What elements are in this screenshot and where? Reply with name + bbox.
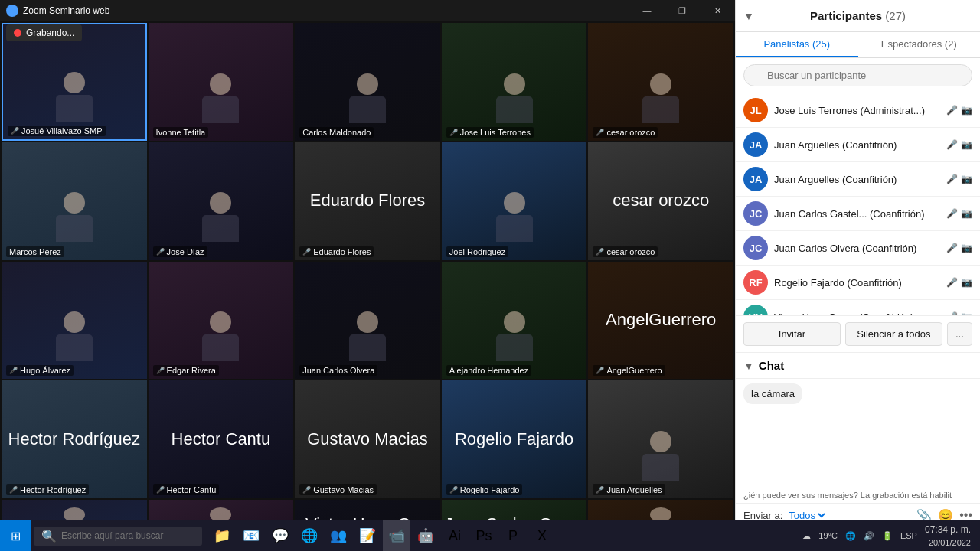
video-cell-7[interactable]: 🎤Jose Díaz	[149, 142, 294, 260]
participant-name: Jose Luis Terrones (Administrat...)	[774, 105, 940, 116]
participant-item[interactable]: JAJuan Arguelles (Coanfitrión)🎤📷	[736, 128, 980, 162]
participant-avatar: RF	[743, 270, 768, 295]
muted-icon: 🎤	[946, 243, 958, 253]
taskbar-app-teams[interactable]: 👥	[325, 520, 352, 551]
video-cell-19[interactable]: Rogelio Fajardo🎤Rogelio Fajardo	[442, 380, 587, 498]
camera-off-icon: 📷	[961, 174, 972, 184]
video-name-label: 🎤Jose Luis Terrones	[446, 127, 534, 138]
taskbar-app-powerpoint[interactable]: P	[499, 520, 527, 551]
participant-status-icons: 🎤📷	[946, 277, 972, 288]
video-name-label: Alejandro Hernandez	[446, 365, 531, 376]
collapse-chat-button[interactable]: ▼	[743, 360, 754, 372]
participants-title: Participantes (27)	[810, 9, 906, 22]
network-icon[interactable]: 🌐	[842, 530, 859, 543]
participant-avatar: JC	[743, 236, 768, 260]
close-button[interactable]: ✕	[700, 0, 735, 21]
participants-header: ▼ Participantes (27)	[736, 0, 980, 32]
participant-status-icons: 🎤📷	[946, 208, 972, 219]
video-cell-10[interactable]: cesar orozco🎤cesar orozco	[588, 142, 733, 260]
participant-avatar: JL	[743, 98, 768, 122]
more-options-button[interactable]: ...	[947, 322, 972, 346]
taskbar-app-ai[interactable]: 🤖	[412, 520, 439, 551]
taskbar-app-whatsapp[interactable]: 💬	[266, 520, 294, 551]
window-controls[interactable]: — ❐ ✕	[629, 0, 735, 21]
video-name-label: Ivonne Tetitla	[153, 127, 209, 138]
video-cell-16[interactable]: Hector Rodríguez🎤Hector Rodríguez	[2, 380, 147, 498]
participant-item[interactable]: JCJuan Carlos Gastel... (Coanfitrión)🎤📷	[736, 197, 980, 231]
language-indicator: ESP	[897, 530, 920, 542]
video-name-label: Marcos Perez	[6, 246, 64, 257]
video-cell-11[interactable]: 🎤Hugo Álvarez	[2, 262, 147, 380]
participant-status-icons: 🎤📷	[946, 105, 972, 116]
participant-avatar: JC	[743, 201, 768, 226]
start-button[interactable]: ⊞	[0, 520, 31, 551]
taskbar-app-zoom[interactable]: 📹	[383, 520, 410, 551]
restore-button[interactable]: ❐	[665, 0, 700, 21]
taskbar-search-icon: 🔍	[41, 529, 57, 543]
video-name-label: 🎤cesar orozco	[593, 246, 658, 257]
video-cell-5[interactable]: 🎤cesar orozco	[588, 23, 733, 141]
recording-label: Grabando...	[26, 28, 74, 38]
participant-avatar: VH	[743, 305, 768, 315]
participant-item[interactable]: VHVictor Hugo Orte... (Coanfitrión)🎤📷	[736, 300, 980, 315]
muted-icon: 🎤	[946, 139, 958, 150]
participant-avatar: JA	[743, 167, 768, 191]
video-cell-17[interactable]: Hector Cantu🎤Hector Cantu	[149, 380, 294, 498]
video-cell-9[interactable]: Joel Rodriguez	[442, 142, 587, 260]
participants-tabs: Panelistas (25) Espectadores (2)	[736, 32, 980, 58]
video-big-name: Eduardo Flores	[310, 191, 425, 210]
taskbar-search-input[interactable]	[61, 530, 184, 541]
participant-item[interactable]: JAJuan Arguelles (Coanfitrión)🎤📷	[736, 162, 980, 197]
recording-badge: Grabando...	[6, 24, 82, 41]
participant-item[interactable]: JCJuan Carlos Olvera (Coanfitrión)🎤📷	[736, 231, 980, 266]
collapse-participants-button[interactable]: ▼	[743, 10, 754, 22]
video-cell-2[interactable]: Ivonne Tetitla	[149, 23, 294, 141]
speaker-icon[interactable]: 🔊	[861, 530, 877, 543]
taskbar-app-illustrator[interactable]: Ai	[441, 520, 469, 551]
taskbar-app-photoshop[interactable]: Ps	[470, 520, 498, 551]
taskbar-app-chrome[interactable]: 🌐	[296, 520, 323, 551]
video-cell-20[interactable]: 🎤Juan Arguelles	[588, 380, 733, 498]
camera-off-icon: 📷	[961, 139, 972, 150]
video-cell-18[interactable]: Gustavo Macias🎤Gustavo Macias	[295, 380, 440, 498]
taskbar-app-outlook[interactable]: 📧	[237, 520, 265, 551]
video-cell-14[interactable]: Alejandro Hernandez	[442, 262, 587, 380]
video-big-name: Gustavo Macias	[307, 429, 428, 449]
chat-message-area: la cámara	[736, 379, 980, 487]
mute-all-button[interactable]: Silenciar a todos	[845, 322, 942, 346]
taskbar-search[interactable]: 🔍	[34, 527, 202, 546]
video-name-label: 🎤Hector Rodríguez	[6, 484, 89, 495]
video-big-name: Rogelio Fajardo	[455, 429, 573, 449]
video-cell-12[interactable]: 🎤Edgar Rivera	[149, 262, 294, 380]
video-cell-8[interactable]: Eduardo Flores🎤Eduardo Flores	[295, 142, 440, 260]
video-cell-13[interactable]: Juan Carlos Olvera	[295, 262, 440, 380]
search-input[interactable]	[743, 64, 972, 86]
video-big-name: AngelGuerrero	[606, 310, 716, 330]
video-name-label: 🎤Rogelio Fajardo	[446, 484, 523, 495]
taskbar-apps: 📁 📧 💬 🌐 👥 📝 📹 🤖 Ai Ps P X	[208, 520, 556, 551]
video-cell-6[interactable]: Marcos Perez	[2, 142, 147, 260]
taskbar-app-excel[interactable]: X	[528, 520, 556, 551]
camera-off-icon: 📷	[961, 277, 972, 288]
participant-item[interactable]: RFRogelio Fajardo (Coanfitrión)🎤📷	[736, 266, 980, 300]
video-name-label: 🎤Eduardo Flores	[299, 246, 374, 257]
minimize-button[interactable]: —	[629, 0, 665, 21]
search-container: 🔍	[736, 58, 980, 93]
video-cell-4[interactable]: 🎤Jose Luis Terrones	[442, 23, 587, 141]
taskbar-app-sticky[interactable]: 📝	[354, 520, 381, 551]
participant-name: Juan Carlos Gastel... (Coanfitrión)	[774, 208, 940, 220]
invite-button[interactable]: Invitar	[743, 322, 841, 346]
video-cell-3[interactable]: Carlos Maldonado	[295, 23, 440, 141]
muted-icon: 🎤	[946, 208, 958, 219]
video-cell-15[interactable]: AngelGuerrero🎤AngelGuerrero	[588, 262, 733, 380]
taskbar-time: 07:34 p. m. 20/01/2022	[922, 523, 974, 549]
titlebar: Zoom Seminario web — ❐ ✕	[0, 0, 735, 21]
taskbar-app-files[interactable]: 📁	[208, 520, 236, 551]
video-big-name: cesar orozco	[612, 191, 709, 210]
tab-panelistas[interactable]: Panelistas (25)	[736, 32, 858, 57]
video-name-label: 🎤Hector Cantu	[153, 484, 220, 495]
participant-item[interactable]: JLJose Luis Terrones (Administrat...)🎤📷	[736, 93, 980, 128]
participant-name: Juan Arguelles (Coanfitrión)	[774, 139, 940, 151]
chat-bubble: la cámara	[743, 383, 802, 404]
tab-espectadores[interactable]: Espectadores (2)	[858, 32, 981, 57]
